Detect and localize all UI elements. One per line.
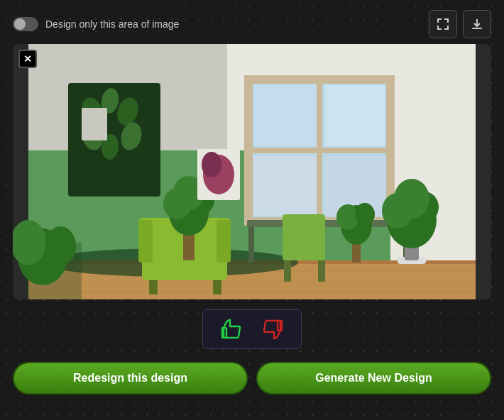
- area-toggle[interactable]: [13, 17, 38, 31]
- svg-rect-26: [318, 260, 325, 282]
- svg-rect-12: [325, 85, 385, 146]
- svg-rect-25: [284, 260, 291, 282]
- svg-rect-1: [472, 28, 482, 29]
- close-button[interactable]: ✕: [18, 50, 37, 68]
- svg-rect-30: [138, 220, 153, 262]
- svg-rect-32: [149, 280, 158, 294]
- top-right: [429, 10, 491, 38]
- svg-rect-33: [213, 280, 221, 294]
- image-container: ✕: [13, 44, 491, 299]
- bottom-bar: Redesign this design Generate New Design: [0, 356, 504, 400]
- feedback-bar: [202, 309, 302, 349]
- room-image: [13, 44, 491, 299]
- svg-rect-27: [283, 214, 325, 236]
- svg-point-62: [45, 226, 76, 266]
- svg-rect-31: [217, 220, 231, 262]
- thumbs-up-button[interactable]: [217, 315, 245, 343]
- svg-point-58: [202, 152, 221, 177]
- thumbs-down-button[interactable]: [259, 315, 287, 343]
- top-left: Design only this area of image: [13, 17, 179, 31]
- svg-point-48: [394, 179, 429, 219]
- svg-rect-11: [254, 85, 317, 146]
- generate-button[interactable]: Generate New Design: [256, 362, 491, 394]
- download-button[interactable]: [463, 10, 491, 38]
- expand-button[interactable]: [429, 10, 457, 38]
- redesign-button[interactable]: Redesign this design: [13, 362, 248, 394]
- top-bar: Design only this area of image: [0, 0, 504, 44]
- svg-rect-13: [254, 156, 317, 216]
- svg-rect-22: [248, 227, 254, 262]
- svg-rect-63: [82, 108, 107, 140]
- toggle-label: Design only this area of image: [45, 18, 179, 30]
- svg-point-42: [355, 203, 375, 226]
